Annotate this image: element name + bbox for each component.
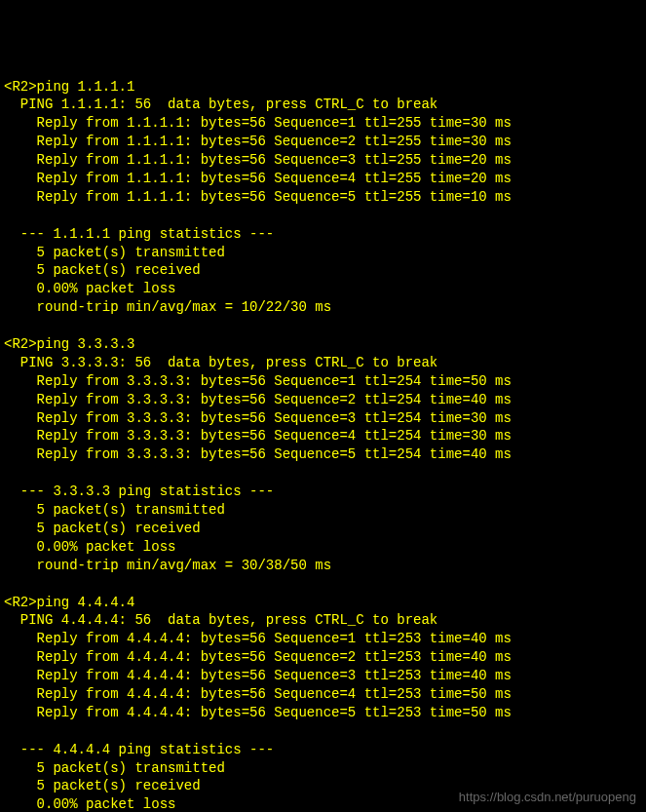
stats-line: 5 packet(s) received bbox=[4, 261, 642, 280]
ping-reply-line: Reply from 3.3.3.3: bytes=56 Sequence=5 … bbox=[4, 445, 642, 464]
ping-reply-line: Reply from 3.3.3.3: bytes=56 Sequence=2 … bbox=[4, 391, 642, 409]
stats-header: --- 4.4.4.4 ping statistics --- bbox=[4, 741, 642, 759]
ping-reply-line: Reply from 4.4.4.4: bytes=56 Sequence=4 … bbox=[4, 685, 642, 704]
ping-reply-line: Reply from 3.3.3.3: bytes=56 Sequence=4 … bbox=[4, 427, 642, 445]
command-line: <R2>ping 4.4.4.4 bbox=[4, 594, 642, 612]
terminal-output[interactable]: <R2>ping 1.1.1.1 PING 1.1.1.1: 56 data b… bbox=[4, 78, 642, 812]
stats-line: round-trip min/avg/max = 10/22/30 ms bbox=[4, 298, 642, 317]
stats-line: 0.00% packet loss bbox=[4, 280, 642, 298]
stats-line: 5 packet(s) transmitted bbox=[4, 759, 642, 778]
stats-line: round-trip min/avg/max = 30/38/50 ms bbox=[4, 557, 642, 575]
ping-reply-line: Reply from 4.4.4.4: bytes=56 Sequence=3 … bbox=[4, 667, 642, 685]
stats-line: 0.00% packet loss bbox=[4, 538, 642, 557]
ping-reply-line: Reply from 1.1.1.1: bytes=56 Sequence=2 … bbox=[4, 133, 642, 151]
stats-line: 5 packet(s) received bbox=[4, 520, 642, 538]
stats-header: --- 1.1.1.1 ping statistics --- bbox=[4, 225, 642, 244]
ping-reply-line: Reply from 1.1.1.1: bytes=56 Sequence=3 … bbox=[4, 151, 642, 170]
blank-line bbox=[4, 207, 642, 225]
stats-line: 5 packet(s) transmitted bbox=[4, 501, 642, 520]
ping-reply-line: Reply from 4.4.4.4: bytes=56 Sequence=2 … bbox=[4, 648, 642, 667]
ping-header: PING 3.3.3.3: 56 data bytes, press CTRL_… bbox=[4, 354, 642, 372]
ping-reply-line: Reply from 1.1.1.1: bytes=56 Sequence=5 … bbox=[4, 188, 642, 207]
ping-header: PING 4.4.4.4: 56 data bytes, press CTRL_… bbox=[4, 611, 642, 630]
blank-line bbox=[4, 464, 642, 483]
ping-reply-line: Reply from 3.3.3.3: bytes=56 Sequence=1 … bbox=[4, 372, 642, 391]
blank-line bbox=[4, 722, 642, 741]
ping-reply-line: Reply from 3.3.3.3: bytes=56 Sequence=3 … bbox=[4, 409, 642, 428]
blank-line bbox=[4, 575, 642, 594]
stats-line: 5 packet(s) transmitted bbox=[4, 244, 642, 262]
ping-reply-line: Reply from 1.1.1.1: bytes=56 Sequence=1 … bbox=[4, 114, 642, 133]
ping-reply-line: Reply from 4.4.4.4: bytes=56 Sequence=1 … bbox=[4, 630, 642, 648]
blank-line bbox=[4, 317, 642, 335]
command-line: <R2>ping 3.3.3.3 bbox=[4, 335, 642, 354]
ping-reply-line: Reply from 1.1.1.1: bytes=56 Sequence=4 … bbox=[4, 170, 642, 188]
watermark-text: https://blog.csdn.net/puruopeng bbox=[459, 789, 636, 806]
ping-reply-line: Reply from 4.4.4.4: bytes=56 Sequence=5 … bbox=[4, 704, 642, 722]
ping-header: PING 1.1.1.1: 56 data bytes, press CTRL_… bbox=[4, 96, 642, 114]
stats-header: --- 3.3.3.3 ping statistics --- bbox=[4, 483, 642, 501]
command-line: <R2>ping 1.1.1.1 bbox=[4, 78, 642, 97]
